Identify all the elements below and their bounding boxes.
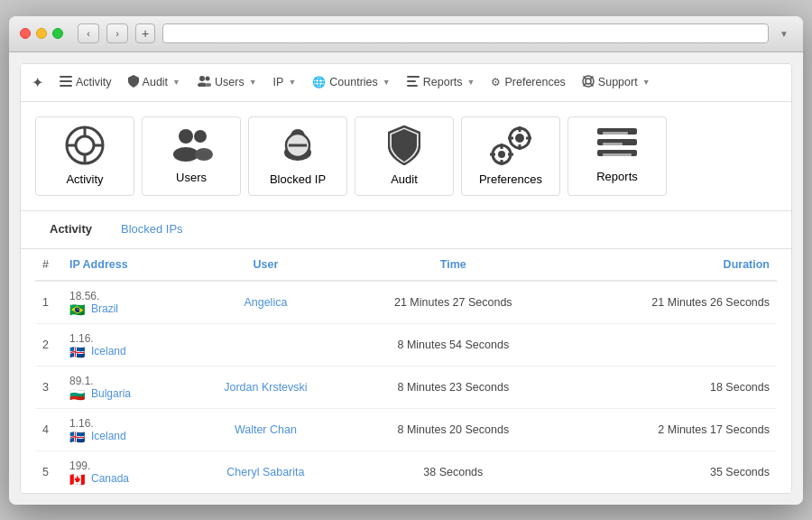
browser-window: ‹ › + ▼ ✦ — [9, 16, 803, 505]
reports-card[interactable]: Reports — [567, 116, 667, 196]
svg-rect-47 — [603, 153, 632, 156]
svg-point-17 — [76, 136, 94, 154]
reports-card-label: Reports — [596, 170, 638, 183]
maximize-button[interactable] — [52, 28, 63, 39]
svg-rect-1 — [60, 80, 72, 82]
users-card-label: Users — [176, 171, 207, 184]
nav-label-ip: IP — [273, 76, 284, 88]
table-row: 1 18.56. 🇧🇷 Brazil Angelica 21 Minutes 2… — [35, 281, 777, 324]
forward-button[interactable]: › — [106, 23, 128, 43]
ip-caret-icon: ▼ — [288, 78, 296, 87]
audit-caret-icon: ▼ — [172, 78, 180, 87]
tabs-section: Activity Blocked IPs — [21, 211, 791, 249]
countries-caret-icon: ▼ — [383, 78, 391, 87]
nav-label-preferences: Preferences — [504, 76, 565, 88]
nav-item-activity[interactable]: Activity — [52, 72, 119, 93]
cell-ip-1: 1.16. 🇮🇸 Iceland — [62, 323, 186, 366]
nav-label-countries: Countries — [329, 76, 378, 88]
preferences-card-label: Preferences — [479, 172, 542, 186]
cell-time-4: 38 Seconds — [346, 450, 561, 493]
tab-blocked-ips[interactable]: Blocked IPs — [106, 211, 198, 248]
nav-item-support[interactable]: Support ▼ — [575, 71, 658, 94]
flag-icon-1: 🇮🇸 — [69, 345, 88, 358]
svg-rect-8 — [407, 80, 416, 82]
activity-card[interactable]: Activity — [35, 116, 134, 196]
svg-rect-0 — [60, 76, 72, 78]
svg-rect-45 — [603, 132, 628, 135]
cell-time-3: 8 Minutes 20 Seconds — [346, 408, 561, 450]
country-link-2[interactable]: 🇧🇬 Bulgaria — [69, 387, 179, 400]
cell-duration-4: 35 Seconds — [561, 450, 777, 493]
support-nav-icon — [582, 75, 595, 90]
tab-activity[interactable]: Activity — [35, 211, 106, 248]
cell-ip-3: 1.16. 🇮🇸 Iceland — [62, 408, 186, 450]
browser-menu-icon[interactable]: ▼ — [776, 25, 792, 42]
table-row: 5 199. 🇨🇦 Canada Cheryl Sabarita 38 Seco… — [35, 450, 777, 493]
close-button[interactable] — [20, 28, 31, 39]
svg-point-37 — [498, 151, 505, 158]
audit-card-label: Audit — [391, 172, 418, 186]
nav-item-preferences[interactable]: ⚙ Preferences — [484, 72, 572, 92]
address-bar[interactable] — [162, 23, 769, 43]
cell-user-3[interactable]: Walter Chan — [186, 408, 346, 450]
users-icon — [170, 127, 213, 163]
blocked-ip-icon — [281, 125, 315, 165]
col-header-user: User — [186, 249, 346, 281]
nav-label-audit: Audit — [143, 76, 169, 88]
cell-user-4[interactable]: Cheryl Sabarita — [186, 450, 346, 493]
cell-ip-4: 199. 🇨🇦 Canada — [62, 450, 186, 493]
cell-duration-2: 18 Seconds — [561, 366, 777, 408]
country-link-1[interactable]: 🇮🇸 Iceland — [69, 345, 179, 358]
activity-card-label: Activity — [66, 172, 103, 186]
flag-icon-2: 🇧🇬 — [69, 387, 88, 400]
cell-time-2: 8 Minutes 23 Seconds — [346, 366, 561, 408]
svg-rect-46 — [603, 143, 623, 145]
svg-point-5 — [206, 76, 210, 80]
preferences-card[interactable]: Preferences — [461, 116, 560, 196]
svg-point-31 — [515, 134, 524, 143]
col-header-time: Time — [346, 249, 561, 281]
nav-label-reports: Reports — [423, 76, 463, 88]
cell-num-0: 1 — [35, 281, 62, 324]
audit-icon — [388, 125, 420, 165]
minimize-button[interactable] — [36, 28, 47, 39]
nav-item-audit[interactable]: Audit ▼ — [121, 71, 188, 94]
nav-item-countries[interactable]: 🌐 Countries ▼ — [305, 72, 397, 92]
country-link-3[interactable]: 🇮🇸 Iceland — [69, 430, 179, 442]
col-header-ip: IP Address — [62, 249, 186, 281]
nav-item-users[interactable]: Users ▼ — [189, 72, 264, 93]
cell-user-0[interactable]: Angelica — [186, 281, 346, 324]
nav-item-ip[interactable]: IP ▼ — [266, 72, 304, 92]
titlebar: ‹ › + ▼ — [9, 16, 803, 52]
country-link-0[interactable]: 🇧🇷 Brazil — [69, 302, 179, 315]
col-header-num: # — [35, 249, 62, 281]
cell-ip-0: 18.56. 🇧🇷 Brazil — [62, 281, 186, 324]
table-row: 4 1.16. 🇮🇸 Iceland Walter Chan 8 Minutes… — [35, 408, 777, 450]
table-row: 3 89.1. 🇧🇬 Bulgaria Jordan Krstevski 8 M… — [35, 366, 777, 408]
nav-label-users: Users — [215, 76, 245, 88]
audit-card[interactable]: Audit — [355, 116, 454, 196]
cell-user-2[interactable]: Jordan Krstevski — [186, 366, 346, 408]
cell-num-1: 2 — [35, 323, 62, 366]
flag-icon-0: 🇧🇷 — [69, 302, 88, 315]
users-card[interactable]: Users — [142, 116, 241, 196]
back-button[interactable]: ‹ — [78, 23, 99, 43]
cell-time-1: 8 Minutes 54 Seconds — [346, 323, 561, 366]
svg-point-4 — [198, 82, 207, 87]
brand-icon: ✦ — [32, 74, 43, 91]
cell-duration-1 — [561, 323, 777, 366]
top-nav: ✦ Activity — [21, 64, 791, 102]
new-tab-button[interactable]: + — [135, 23, 155, 43]
activity-nav-icon — [60, 76, 72, 89]
svg-point-25 — [195, 148, 213, 161]
traffic-lights — [20, 28, 63, 39]
svg-rect-2 — [60, 85, 72, 87]
nav-item-reports[interactable]: Reports ▼ — [400, 72, 483, 93]
main-content: ✦ Activity — [9, 52, 803, 505]
cell-user-1 — [186, 323, 346, 366]
country-link-4[interactable]: 🇨🇦 Canada — [69, 472, 179, 485]
svg-point-6 — [206, 83, 212, 87]
reports-icon — [597, 128, 637, 162]
blocked-ip-card[interactable]: Blocked IP — [248, 116, 347, 196]
countries-nav-icon: 🌐 — [312, 76, 326, 88]
